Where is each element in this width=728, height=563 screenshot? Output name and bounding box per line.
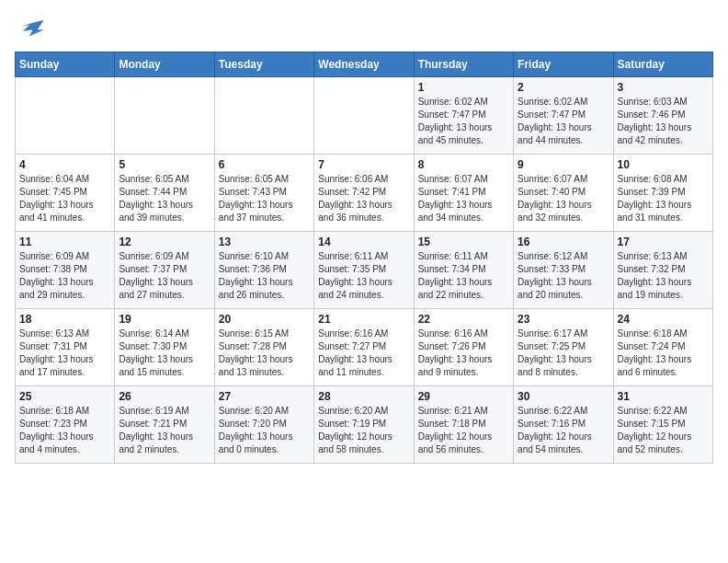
calendar-cell — [314, 77, 414, 155]
day-number: 27 — [219, 390, 310, 403]
day-info: Sunrise: 6:05 AM Sunset: 7:43 PM Dayligh… — [219, 173, 310, 224]
day-number: 9 — [518, 158, 609, 171]
day-info: Sunrise: 6:16 AM Sunset: 7:26 PM Dayligh… — [418, 327, 509, 379]
day-info: Sunrise: 6:22 AM Sunset: 7:15 PM Dayligh… — [618, 405, 709, 456]
calendar-cell: 26Sunrise: 6:19 AM Sunset: 7:21 PM Dayli… — [115, 386, 214, 464]
day-number: 20 — [219, 313, 310, 326]
day-info: Sunrise: 6:18 AM Sunset: 7:23 PM Dayligh… — [19, 405, 110, 456]
day-info: Sunrise: 6:18 AM Sunset: 7:24 PM Dayligh… — [618, 327, 709, 379]
day-info: Sunrise: 6:22 AM Sunset: 7:16 PM Dayligh… — [518, 405, 609, 456]
day-number: 2 — [518, 81, 609, 94]
day-number: 12 — [119, 236, 210, 248]
calendar-cell: 28Sunrise: 6:20 AM Sunset: 7:19 PM Dayli… — [314, 386, 414, 464]
calendar-cell — [115, 77, 214, 155]
calendar-cell: 19Sunrise: 6:14 AM Sunset: 7:30 PM Dayli… — [115, 309, 214, 386]
weekday-tuesday: Tuesday — [214, 52, 313, 77]
day-info: Sunrise: 6:02 AM Sunset: 7:47 PM Dayligh… — [518, 96, 609, 147]
day-number: 3 — [618, 81, 709, 94]
day-info: Sunrise: 6:07 AM Sunset: 7:41 PM Dayligh… — [418, 173, 509, 224]
calendar-week-2: 4Sunrise: 6:04 AM Sunset: 7:45 PM Daylig… — [16, 155, 713, 232]
day-info: Sunrise: 6:13 AM Sunset: 7:32 PM Dayligh… — [618, 250, 709, 302]
day-number: 18 — [19, 313, 110, 326]
day-info: Sunrise: 6:14 AM Sunset: 7:30 PM Dayligh… — [119, 327, 210, 379]
day-number: 10 — [618, 158, 709, 171]
day-number: 5 — [119, 158, 210, 171]
day-number: 17 — [618, 236, 709, 248]
day-info: Sunrise: 6:20 AM Sunset: 7:19 PM Dayligh… — [318, 405, 409, 456]
day-number: 23 — [518, 313, 609, 326]
day-number: 16 — [518, 236, 609, 248]
day-info: Sunrise: 6:05 AM Sunset: 7:44 PM Dayligh… — [119, 173, 210, 224]
calendar-cell — [214, 77, 313, 155]
logo — [15, 18, 48, 44]
day-info: Sunrise: 6:13 AM Sunset: 7:31 PM Dayligh… — [19, 327, 110, 379]
day-info: Sunrise: 6:19 AM Sunset: 7:21 PM Dayligh… — [119, 405, 210, 456]
calendar-cell: 21Sunrise: 6:16 AM Sunset: 7:27 PM Dayli… — [314, 309, 414, 386]
calendar-cell: 9Sunrise: 6:07 AM Sunset: 7:40 PM Daylig… — [514, 155, 613, 232]
calendar-cell: 15Sunrise: 6:11 AM Sunset: 7:34 PM Dayli… — [414, 232, 513, 309]
day-info: Sunrise: 6:09 AM Sunset: 7:37 PM Dayligh… — [119, 250, 210, 302]
day-number: 22 — [418, 313, 509, 326]
day-info: Sunrise: 6:06 AM Sunset: 7:42 PM Dayligh… — [318, 173, 409, 224]
day-number: 25 — [19, 390, 110, 403]
calendar-cell: 16Sunrise: 6:12 AM Sunset: 7:33 PM Dayli… — [514, 232, 613, 309]
day-number: 11 — [19, 236, 110, 248]
calendar-body: 1Sunrise: 6:02 AM Sunset: 7:47 PM Daylig… — [16, 77, 713, 464]
day-number: 29 — [418, 390, 509, 403]
calendar-cell: 11Sunrise: 6:09 AM Sunset: 7:38 PM Dayli… — [16, 232, 115, 309]
calendar-table: SundayMondayTuesdayWednesdayThursdayFrid… — [15, 52, 713, 464]
day-info: Sunrise: 6:20 AM Sunset: 7:20 PM Dayligh… — [219, 405, 310, 456]
header — [15, 15, 713, 44]
calendar-cell: 14Sunrise: 6:11 AM Sunset: 7:35 PM Dayli… — [314, 232, 414, 309]
day-number: 30 — [518, 390, 609, 403]
calendar-cell: 18Sunrise: 6:13 AM Sunset: 7:31 PM Dayli… — [16, 309, 115, 386]
calendar-cell: 25Sunrise: 6:18 AM Sunset: 7:23 PM Dayli… — [16, 386, 115, 464]
calendar-cell: 20Sunrise: 6:15 AM Sunset: 7:28 PM Dayli… — [214, 309, 313, 386]
day-number: 26 — [119, 390, 210, 403]
day-info: Sunrise: 6:08 AM Sunset: 7:39 PM Dayligh… — [618, 173, 709, 224]
day-number: 24 — [618, 313, 709, 326]
calendar-cell: 1Sunrise: 6:02 AM Sunset: 7:47 PM Daylig… — [414, 77, 513, 155]
day-info: Sunrise: 6:11 AM Sunset: 7:35 PM Dayligh… — [318, 250, 409, 302]
day-number: 8 — [418, 158, 509, 171]
calendar-cell: 10Sunrise: 6:08 AM Sunset: 7:39 PM Dayli… — [613, 155, 712, 232]
calendar-cell: 12Sunrise: 6:09 AM Sunset: 7:37 PM Dayli… — [115, 232, 214, 309]
calendar-cell: 5Sunrise: 6:05 AM Sunset: 7:44 PM Daylig… — [115, 155, 214, 232]
weekday-header-row: SundayMondayTuesdayWednesdayThursdayFrid… — [16, 52, 713, 77]
calendar-cell: 29Sunrise: 6:21 AM Sunset: 7:18 PM Dayli… — [414, 386, 513, 464]
calendar-cell: 6Sunrise: 6:05 AM Sunset: 7:43 PM Daylig… — [214, 155, 313, 232]
day-info: Sunrise: 6:11 AM Sunset: 7:34 PM Dayligh… — [418, 250, 509, 302]
day-info: Sunrise: 6:12 AM Sunset: 7:33 PM Dayligh… — [518, 250, 609, 302]
day-number: 7 — [318, 158, 409, 171]
day-info: Sunrise: 6:10 AM Sunset: 7:36 PM Dayligh… — [219, 250, 310, 302]
calendar-cell: 17Sunrise: 6:13 AM Sunset: 7:32 PM Dayli… — [613, 232, 712, 309]
calendar-cell: 30Sunrise: 6:22 AM Sunset: 7:16 PM Dayli… — [514, 386, 613, 464]
weekday-thursday: Thursday — [414, 52, 513, 77]
calendar-cell: 23Sunrise: 6:17 AM Sunset: 7:25 PM Dayli… — [514, 309, 613, 386]
weekday-friday: Friday — [514, 52, 613, 77]
calendar-week-4: 18Sunrise: 6:13 AM Sunset: 7:31 PM Dayli… — [16, 309, 713, 386]
weekday-sunday: Sunday — [16, 52, 115, 77]
day-info: Sunrise: 6:04 AM Sunset: 7:45 PM Dayligh… — [19, 173, 110, 224]
weekday-monday: Monday — [115, 52, 214, 77]
day-number: 21 — [318, 313, 409, 326]
day-info: Sunrise: 6:02 AM Sunset: 7:47 PM Dayligh… — [418, 96, 509, 147]
logo-bird-icon — [15, 18, 44, 44]
day-info: Sunrise: 6:16 AM Sunset: 7:27 PM Dayligh… — [318, 327, 409, 379]
calendar-cell: 22Sunrise: 6:16 AM Sunset: 7:26 PM Dayli… — [414, 309, 513, 386]
day-number: 15 — [418, 236, 509, 248]
day-number: 4 — [19, 158, 110, 171]
calendar-week-5: 25Sunrise: 6:18 AM Sunset: 7:23 PM Dayli… — [16, 386, 713, 464]
calendar-cell — [16, 77, 115, 155]
day-number: 28 — [318, 390, 409, 403]
day-number: 13 — [219, 236, 310, 248]
calendar-cell: 3Sunrise: 6:03 AM Sunset: 7:46 PM Daylig… — [613, 77, 712, 155]
day-info: Sunrise: 6:09 AM Sunset: 7:38 PM Dayligh… — [19, 250, 110, 302]
day-number: 6 — [219, 158, 310, 171]
day-number: 14 — [318, 236, 409, 248]
calendar-cell: 13Sunrise: 6:10 AM Sunset: 7:36 PM Dayli… — [214, 232, 313, 309]
day-info: Sunrise: 6:17 AM Sunset: 7:25 PM Dayligh… — [518, 327, 609, 379]
day-info: Sunrise: 6:03 AM Sunset: 7:46 PM Dayligh… — [618, 96, 709, 147]
calendar-cell: 31Sunrise: 6:22 AM Sunset: 7:15 PM Dayli… — [613, 386, 712, 464]
svg-marker-0 — [21, 20, 44, 37]
